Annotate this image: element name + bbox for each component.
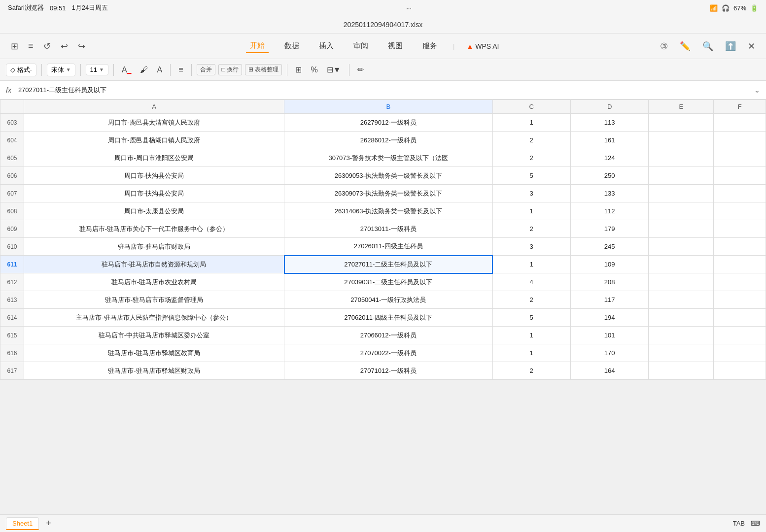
number-icon[interactable]: ③	[657, 39, 671, 54]
formula-expand-icon[interactable]: ⌄	[754, 86, 760, 94]
cell-c[interactable]: 2	[492, 362, 570, 380]
cell-a[interactable]: 周口市-扶沟县公安局	[24, 185, 284, 202]
table-row[interactable]: 616驻马店市-驻马店市驿城区教育局27070022-一级科员1170	[0, 344, 766, 362]
cell-b[interactable]: 26309053-执法勤务类一级警长及以下	[284, 167, 492, 185]
sidebar-toggle-icon[interactable]: ⊞	[8, 39, 21, 54]
keyboard-icon[interactable]: ⌨	[751, 520, 760, 527]
wrap-button[interactable]: □ 换行	[218, 64, 243, 75]
cell-d[interactable]: 179	[570, 220, 648, 238]
cell-c[interactable]: 1	[492, 327, 570, 344]
cell-b[interactable]: 26309073-执法勤务类一级警长及以下	[284, 185, 492, 202]
cell-f[interactable]	[714, 291, 766, 309]
col-header-b[interactable]: B	[284, 100, 492, 114]
cell-a[interactable]: 周口市-周口市淮阳区公安局	[24, 149, 284, 167]
table-row[interactable]: 611驻马店市-驻马店市自然资源和规划局27027011-二级主任科员及以下11…	[0, 256, 766, 273]
cell-a[interactable]: 驻马店市-驻马店市市场监督管理局	[24, 291, 284, 309]
cell-f[interactable]	[714, 114, 766, 132]
table-row[interactable]: 612驻马店市-驻马店市农业农村局27039031-二级主任科员及以下4208	[0, 273, 766, 291]
cell-e[interactable]	[649, 273, 714, 291]
cell-d[interactable]: 245	[570, 238, 648, 256]
cell-c[interactable]: 5	[492, 309, 570, 327]
cell-a[interactable]: 周口市-扶沟县公安局	[24, 167, 284, 185]
table-row[interactable]: 617驻马店市-驻马店市驿城区财政局27071012-一级科员2164	[0, 362, 766, 380]
cell-a[interactable]: 驻马店市-中共驻马店市驿城区委办公室	[24, 327, 284, 344]
cell-c[interactable]: 1	[492, 202, 570, 220]
cell-d[interactable]: 208	[570, 273, 648, 291]
cell-d[interactable]: 164	[570, 362, 648, 380]
cell-c[interactable]: 2	[492, 291, 570, 309]
cell-c[interactable]: 3	[492, 238, 570, 256]
highlight-icon[interactable]: 🖌	[137, 64, 151, 76]
table-row[interactable]: 604周口市-鹿邑县杨湖口镇人民政府26286012-一级科员2161	[0, 132, 766, 149]
cell-f[interactable]	[714, 309, 766, 327]
conditional-icon[interactable]: ✏	[354, 64, 367, 76]
share-icon[interactable]: ⬆️	[722, 39, 739, 54]
cell-e[interactable]	[649, 132, 714, 149]
cell-e[interactable]	[649, 202, 714, 220]
table-row[interactable]: 606周口市-扶沟县公安局26309053-执法勤务类一级警长及以下5250	[0, 167, 766, 185]
cell-f[interactable]	[714, 149, 766, 167]
cell-d[interactable]: 109	[570, 256, 648, 273]
cell-e[interactable]	[649, 291, 714, 309]
cell-c[interactable]: 3	[492, 185, 570, 202]
menu-service[interactable]: 服务	[418, 39, 441, 53]
table-row[interactable]: 605周口市-周口市淮阳区公安局307073-警务技术类一级主管及以下（法医21…	[0, 149, 766, 167]
sheet-tab-sheet1[interactable]: Sheet1	[6, 517, 39, 530]
cell-d[interactable]: 161	[570, 132, 648, 149]
more-format-icon[interactable]: ⊟▼	[324, 64, 344, 76]
cell-b[interactable]: 26279012-一级科员	[284, 114, 492, 132]
cell-b[interactable]: 26286012-一级科员	[284, 132, 492, 149]
cell-b[interactable]: 27066012-一级科员	[284, 327, 492, 344]
cell-a[interactable]: 驻马店市-驻马店市财政局	[24, 238, 284, 256]
table-row[interactable]: 603周口市-鹿邑县太清宫镇人民政府26279012-一级科员1113	[0, 114, 766, 132]
col-header-f[interactable]: F	[714, 100, 766, 114]
table-row[interactable]: 610驻马店市-驻马店市财政局27026011-四级主任科员3245	[0, 238, 766, 256]
align-icon[interactable]: ≡	[175, 64, 186, 76]
cell-e[interactable]	[649, 185, 714, 202]
cell-b[interactable]: 27027011-二级主任科员及以下	[284, 256, 492, 273]
cell-e[interactable]	[649, 220, 714, 238]
format-style-button[interactable]: ◇ 格式·	[6, 64, 36, 76]
cell-e[interactable]	[649, 238, 714, 256]
col-header-e[interactable]: E	[649, 100, 714, 114]
formula-content[interactable]: 27027011-二级主任科员及以下	[18, 86, 750, 95]
cell-a[interactable]: 驻马店市-驻马店市农业农村局	[24, 273, 284, 291]
cell-f[interactable]	[714, 327, 766, 344]
cell-e[interactable]	[649, 149, 714, 167]
cell-d[interactable]: 117	[570, 291, 648, 309]
cell-c[interactable]: 4	[492, 273, 570, 291]
cell-a[interactable]: 周口市-鹿邑县杨湖口镇人民政府	[24, 132, 284, 149]
cell-a[interactable]: 驻马店市-驻马店市驿城区教育局	[24, 344, 284, 362]
menu-review[interactable]: 审阅	[349, 39, 372, 53]
wps-ai-button[interactable]: ▲ WPS AI	[466, 42, 499, 50]
add-sheet-button[interactable]: +	[43, 518, 54, 529]
table-clean-button[interactable]: ⊞ 表格整理	[245, 64, 282, 75]
cell-a[interactable]: 周口市-太康县公安局	[24, 202, 284, 220]
close-icon[interactable]: ✕	[745, 39, 758, 54]
cell-f[interactable]	[714, 167, 766, 185]
grid-icon[interactable]: ⊞	[292, 64, 305, 76]
cell-c[interactable]: 1	[492, 344, 570, 362]
cell-f[interactable]	[714, 362, 766, 380]
cell-f[interactable]	[714, 256, 766, 273]
cell-f[interactable]	[714, 238, 766, 256]
cell-b[interactable]: 27071012-一级科员	[284, 362, 492, 380]
pen-icon[interactable]: ✏️	[677, 39, 694, 54]
cell-a[interactable]: 驻马店市-驻马店市关心下一代工作服务中心（参公）	[24, 220, 284, 238]
merge-button[interactable]: 合并	[197, 64, 215, 75]
table-row[interactable]: 613驻马店市-驻马店市市场监督管理局27050041-一级行政执法员2117	[0, 291, 766, 309]
search-icon[interactable]: 🔍	[699, 39, 716, 54]
cell-e[interactable]	[649, 167, 714, 185]
cell-b[interactable]: 27062011-四级主任科员及以下	[284, 309, 492, 327]
font-family-button[interactable]: 宋体 ▼	[47, 64, 75, 76]
cell-e[interactable]	[649, 362, 714, 380]
text-color-icon[interactable]: A	[154, 64, 165, 76]
cell-d[interactable]: 250	[570, 167, 648, 185]
cell-e[interactable]	[649, 309, 714, 327]
cell-d[interactable]: 133	[570, 185, 648, 202]
cell-b[interactable]: 27013011-一级科员	[284, 220, 492, 238]
cell-b[interactable]: 27070022-一级科员	[284, 344, 492, 362]
col-header-d[interactable]: D	[570, 100, 648, 114]
cell-f[interactable]	[714, 344, 766, 362]
cell-b[interactable]: 27039031-二级主任科员及以下	[284, 273, 492, 291]
